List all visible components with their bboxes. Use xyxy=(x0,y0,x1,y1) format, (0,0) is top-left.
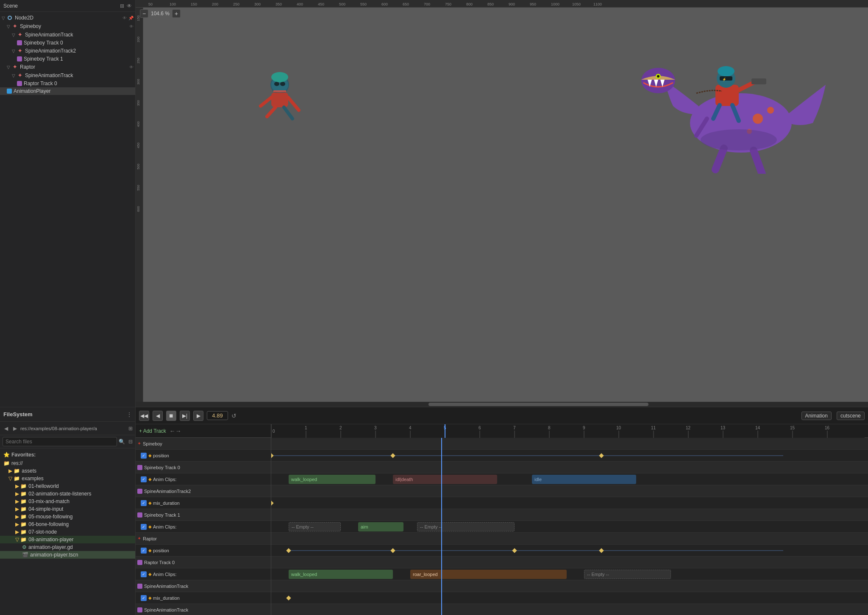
kf-spineboy-pos-2[interactable] xyxy=(599,453,604,458)
tree-expand-spineanimtrack: ▽ xyxy=(12,33,15,37)
track-checkbox-raptor-spineanimtrack[interactable]: ✓ xyxy=(141,595,147,601)
viewport-scrollbar-h[interactable] xyxy=(136,402,868,407)
stop-button[interactable]: ⏹ xyxy=(166,411,176,421)
time-display[interactable]: 4.89 xyxy=(207,411,228,420)
zoom-plus-button[interactable]: + xyxy=(172,9,181,18)
fs-item-08[interactable]: ▽ 📁 08-animation-player xyxy=(0,536,135,543)
pin-icon-node2d[interactable]: 📌 xyxy=(128,16,134,20)
tl-row-raptor-spineanimtrack-mix[interactable] xyxy=(271,592,868,604)
track-row-spineanimtrack2-group[interactable]: SpineAnimationTrack2 xyxy=(136,485,271,497)
tl-row-spineboytrack1-clips[interactable]: -- Empty -- aim -- Empty -- xyxy=(271,521,868,533)
tree-item-raptortrack0[interactable]: Raptor Track 0 xyxy=(0,80,135,87)
filesystem-menu-icon[interactable]: ⋮ xyxy=(127,412,132,417)
fs-item-03[interactable]: ▶ 📁 03-mix-and-match xyxy=(0,498,135,505)
zoom-minus-button[interactable]: − xyxy=(140,9,148,18)
track-checkbox-spineboy-pos[interactable]: ✓ xyxy=(141,453,147,459)
clip-empty-sb1-1[interactable]: -- Empty -- xyxy=(417,522,515,532)
search-input[interactable] xyxy=(3,437,117,446)
fs-item-01[interactable]: ▶ 📁 01-helloworld xyxy=(0,482,135,490)
clip-roar-looped[interactable]: roar_looped xyxy=(410,570,567,579)
tree-item-spineboytrack1[interactable]: Spineboy Track 1 xyxy=(0,55,135,63)
fs-item-tscn[interactable]: 🎬 animation-player.tscn xyxy=(0,551,135,559)
track-checkbox-spineboytrack1[interactable]: ✓ xyxy=(141,524,147,530)
tl-row-spineanimtrack2-mix[interactable] xyxy=(271,497,868,509)
track-row-spineboytrack0-group[interactable]: Spineboy Track 0 xyxy=(136,462,271,473)
fs-item-res[interactable]: 📁 res:// xyxy=(0,459,135,467)
fs-item-gd[interactable]: ⚙ animation-player.gd xyxy=(0,543,135,551)
track-row-spineboytrack0-clips[interactable]: ✓ ◆ Anim Clips: xyxy=(136,473,271,485)
add-track-button[interactable]: + Add Track xyxy=(139,428,166,434)
step-back-button[interactable]: ◀ xyxy=(153,411,163,421)
filter-icon[interactable]: ⊟ xyxy=(128,439,133,445)
play-button[interactable]: ▶ xyxy=(193,411,203,421)
track-row-raptortrack0-clips[interactable]: ✓ ◆ Anim Clips: xyxy=(136,568,271,580)
loop-icon[interactable]: ↺ xyxy=(231,412,236,419)
tree-item-spineanimtrack[interactable]: ▽ ✦ SpineAnimationTrack xyxy=(0,31,135,39)
track-row-raptor-group[interactable]: ✦ Raptor xyxy=(136,533,271,545)
fs-item-07[interactable]: ▶ 📁 07-slot-node xyxy=(0,528,135,536)
scene-tree-icon2[interactable]: 👁 xyxy=(127,3,132,9)
clip-idle-0[interactable]: idle xyxy=(532,475,636,484)
track-checkbox-spineboytrack0[interactable]: ✓ xyxy=(141,476,147,482)
track-row-spineboy-group[interactable]: ✦ Spineboy xyxy=(136,438,271,450)
eye-icon-spineboy[interactable]: 👁 xyxy=(129,24,134,29)
tl-row-spineboytrack0-clips[interactable]: walk_looped idl|death idle xyxy=(271,473,868,485)
tree-item-node2d[interactable]: ▽ Node2D 👁 📌 xyxy=(0,14,135,22)
tree-item-spineboy[interactable]: ▽ ✦ Spineboy 👁 xyxy=(0,22,135,31)
fs-item-05[interactable]: ▶ 📁 05-mouse-following xyxy=(0,513,135,520)
kf-spineanimtrack2-mix-0[interactable] xyxy=(271,501,274,505)
fs-item-assets[interactable]: ▶ 📁 assets xyxy=(0,467,135,475)
clip-empty-raptor[interactable]: -- Empty -- xyxy=(584,570,671,579)
cutscene-select[interactable]: cutscene xyxy=(837,412,865,420)
clip-aim-0[interactable]: aim xyxy=(358,522,403,532)
tree-item-raptor-spineanimtrack[interactable]: ▽ ✦ SpineAnimationTrack xyxy=(0,71,135,80)
track-row-spineanimtrack-second[interactable]: SpineAnimationTrack xyxy=(136,604,271,615)
track-row-raptor-spineanimtrack[interactable]: SpineAnimationTrack xyxy=(136,580,271,592)
tree-item-spineboytrack0[interactable]: Spineboy Track 0 xyxy=(0,39,135,47)
kf-raptor-pos-1[interactable] xyxy=(390,548,395,553)
step-forward-button[interactable]: ▶| xyxy=(180,411,190,421)
kf-spineboy-pos-1[interactable] xyxy=(390,453,395,458)
kf-raptor-pos-3[interactable] xyxy=(599,548,604,553)
arrow-icon[interactable]: ←→ xyxy=(170,428,181,434)
animation-select[interactable]: Animation xyxy=(801,412,832,420)
fs-item-02[interactable]: ▶ 📁 02-animation-state-listeners xyxy=(0,490,135,498)
tree-item-animplayer[interactable]: AnimationPlayer xyxy=(0,87,135,95)
clip-empty-sb1-0[interactable]: -- Empty -- xyxy=(289,522,341,532)
clip-idldeath-0[interactable]: idl|death xyxy=(393,475,497,484)
kf-raptor-pos-2[interactable] xyxy=(512,548,517,553)
track-checkbox-raptor-pos[interactable]: ✓ xyxy=(141,548,147,554)
track-row-raptortrack0-group[interactable]: Raptor Track 0 xyxy=(136,557,271,568)
fs-back-button[interactable]: ◀ xyxy=(3,425,10,432)
kf-raptor-pos-0[interactable] xyxy=(286,548,291,553)
tl-row-raptor-pos[interactable] xyxy=(271,545,868,557)
track-row-spineboytrack1-clips[interactable]: ✓ ◆ Anim Clips: xyxy=(136,521,271,533)
track-checkbox-raptortrack0[interactable]: ✓ xyxy=(141,571,147,577)
tree-item-spineanimtrack2[interactable]: ▽ ✦ SpineAnimationTrack2 xyxy=(0,47,135,55)
tree-item-raptor[interactable]: ▽ ✦ Raptor 👁 xyxy=(0,63,135,71)
kf-spineboy-pos-0[interactable] xyxy=(271,453,274,458)
eye-icon-node2d[interactable]: 👁 xyxy=(122,16,127,20)
clip-walk-looped-raptor[interactable]: walk_looped xyxy=(289,570,393,579)
fs-item-examples[interactable]: ▽ 📁 examples xyxy=(0,475,135,482)
fs-item-04[interactable]: ▶ 📁 04-simple-input xyxy=(0,505,135,513)
track-row-spineanimtrack2-mix[interactable]: ✓ ◆ mix_duration xyxy=(136,497,271,509)
track-row-spineboytrack1-group[interactable]: Spineboy Track 1 xyxy=(136,509,271,521)
clip-walk-looped-0[interactable]: walk_looped xyxy=(289,475,376,484)
viewport-scrollbar-thumb[interactable] xyxy=(428,403,648,406)
track-checkbox-spineanimtrack2[interactable]: ✓ xyxy=(141,500,147,506)
track-row-spineboy-position[interactable]: ✓ ◆ position xyxy=(136,450,271,462)
track-row-raptor-spineanimtrack-mix[interactable]: ✓ ◆ mix_duration xyxy=(136,592,271,604)
fs-layout-button[interactable]: ⊞ xyxy=(128,426,133,431)
scene-tree-icon1[interactable]: ⊞ xyxy=(120,3,124,9)
eye-icon-raptor[interactable]: 👁 xyxy=(129,65,134,70)
tl-row-raptortrack0-clips[interactable]: walk_looped roar_looped -- Empty -- xyxy=(271,568,868,580)
tl-row-spineboy-pos[interactable] xyxy=(271,450,868,462)
fs-forward-button[interactable]: ▶ xyxy=(11,425,19,432)
track-row-raptor-position[interactable]: ✓ ◆ position xyxy=(136,545,271,557)
kf-raptor-spineanimtrack-mix-0[interactable] xyxy=(286,596,291,600)
tree-expand-raptor: ▽ xyxy=(7,65,10,70)
rewind-button[interactable]: ◀◀ xyxy=(139,411,149,421)
search-icon[interactable]: 🔍 xyxy=(119,439,125,445)
fs-item-06[interactable]: ▶ 📁 06-bone-following xyxy=(0,520,135,528)
